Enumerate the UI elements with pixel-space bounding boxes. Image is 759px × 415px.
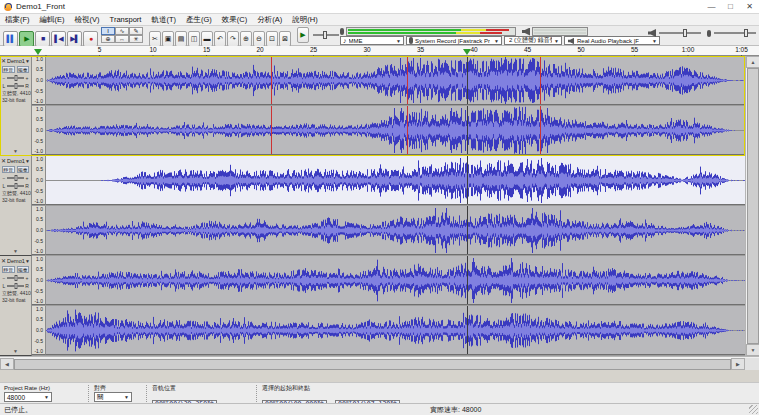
skip-end-button[interactable]: ▶▌ xyxy=(67,31,82,47)
vertical-scale-ruler[interactable]: 1.00.50.0-0.5-1.0 xyxy=(32,306,46,355)
scroll-right-button[interactable]: ▶ xyxy=(731,358,745,370)
track-name[interactable]: Demo1_Front xyxy=(7,158,25,164)
waveform-area[interactable] xyxy=(46,106,745,155)
scroll-up-button[interactable]: ▲ xyxy=(746,56,759,68)
mute-button[interactable]: 靜音 xyxy=(2,66,15,73)
minimize-button[interactable]: — xyxy=(702,0,721,14)
playhead-marker-icon[interactable] xyxy=(463,49,471,55)
paste-button[interactable]: ▤ xyxy=(175,31,187,47)
playback-volume-slider[interactable] xyxy=(659,32,701,34)
pan-slider[interactable]: LR xyxy=(0,282,31,290)
vertical-scale-ruler[interactable]: 1.00.50.0-0.5-1.0 xyxy=(32,256,46,305)
gain-slider[interactable]: −+ xyxy=(0,174,31,182)
gain-thumb[interactable] xyxy=(14,75,17,81)
selection-tool-button[interactable]: I xyxy=(101,27,115,35)
copy-button[interactable]: ▣ xyxy=(162,31,174,47)
waveform-area[interactable] xyxy=(46,156,745,205)
undo-button[interactable]: ↶ xyxy=(214,31,226,47)
menu-item-7[interactable]: 分析(A) xyxy=(252,14,287,25)
play-speed-thumb[interactable] xyxy=(323,31,327,39)
audio-host-select[interactable]: ♪ MME ▼ xyxy=(340,36,404,45)
resize-grip[interactable] xyxy=(749,405,758,414)
zoom-out-button[interactable]: ⊖ xyxy=(253,31,265,47)
menu-item-2[interactable]: 檢視(V) xyxy=(70,14,105,25)
recording-meter[interactable] xyxy=(340,27,516,36)
recording-volume-thumb[interactable] xyxy=(744,29,748,37)
waveform-area[interactable] xyxy=(46,56,745,105)
pan-thumb[interactable] xyxy=(14,183,17,189)
playback-meter[interactable] xyxy=(522,27,588,36)
mute-button[interactable]: 靜音 xyxy=(2,266,15,273)
zoom-selection-button[interactable]: ⊡ xyxy=(266,31,278,47)
menu-item-0[interactable]: 檔案(F) xyxy=(0,14,35,25)
zoom-in-button[interactable]: ⊕ xyxy=(240,31,252,47)
stop-button[interactable]: ■ xyxy=(35,31,50,47)
recording-device-select[interactable]: System Record |Fastrack Pr ▼ xyxy=(406,36,502,45)
collapse-track-icon[interactable]: ▼ xyxy=(0,148,31,155)
maximize-button[interactable]: □ xyxy=(721,0,740,14)
timeline-ruler[interactable]: 5101520253035404550551:001:05 xyxy=(0,46,759,56)
scroll-left-button[interactable]: ◀ xyxy=(0,358,14,370)
close-button[interactable]: ✕ xyxy=(740,0,759,14)
zoom-fit-button[interactable]: ⊠ xyxy=(279,31,291,47)
solo-button[interactable]: 獨奏 xyxy=(17,66,30,73)
snap-select[interactable]: 關 ▼ xyxy=(94,392,132,402)
mute-button[interactable]: 靜音 xyxy=(2,166,15,173)
play-speed-slider[interactable] xyxy=(313,34,339,36)
redo-button[interactable]: ↷ xyxy=(227,31,239,47)
gain-slider[interactable]: −+ xyxy=(0,74,31,82)
track-name[interactable]: Demo1_Front xyxy=(7,58,25,64)
recording-volume-slider[interactable] xyxy=(714,32,756,34)
waveform-area[interactable] xyxy=(46,256,745,305)
menu-item-6[interactable]: 效果(C) xyxy=(217,14,252,25)
waveform-area[interactable] xyxy=(46,206,745,255)
track-name[interactable]: Demo1_Front xyxy=(7,258,25,264)
project-rate-select[interactable]: 48000 ▼ xyxy=(4,392,52,402)
multi-tool-button[interactable]: ✳ xyxy=(129,35,143,43)
menu-item-8[interactable]: 說明(H) xyxy=(287,14,322,25)
vertical-scroll-thumb[interactable] xyxy=(747,68,759,344)
track-menu-icon[interactable]: ▼ xyxy=(25,158,30,164)
cut-button[interactable]: ✂ xyxy=(149,31,161,47)
collapse-track-icon[interactable]: ▼ xyxy=(0,348,31,355)
solo-button[interactable]: 獨奏 xyxy=(17,166,30,173)
envelope-tool-button[interactable]: ∿ xyxy=(115,27,129,35)
horizontal-scroll-thumb[interactable] xyxy=(14,359,731,370)
draw-tool-button[interactable]: ✎ xyxy=(129,27,143,35)
vertical-scale-ruler[interactable]: 1.00.50.0-0.5-1.0 xyxy=(32,156,46,205)
recording-channels-select[interactable]: 2 (立體聲) 錄音聲道 ▼ xyxy=(504,36,562,45)
pause-button[interactable]: ▌▌ xyxy=(3,31,18,47)
gain-thumb[interactable] xyxy=(14,175,17,181)
zoom-tool-button[interactable]: ⊕ xyxy=(101,35,115,43)
track-menu-icon[interactable]: ▼ xyxy=(25,58,30,64)
close-track-icon[interactable]: ✕ xyxy=(1,157,6,164)
gain-slider[interactable]: −+ xyxy=(0,274,31,282)
scroll-down-button[interactable]: ▼ xyxy=(746,344,759,356)
menu-item-1[interactable]: 編輯(E) xyxy=(35,14,70,25)
track-menu-icon[interactable]: ▼ xyxy=(25,258,30,264)
record-button[interactable]: ● xyxy=(83,31,98,47)
close-track-icon[interactable]: ✕ xyxy=(1,257,6,264)
vertical-scale-ruler[interactable]: 1.00.50.0-0.5-1.0 xyxy=(32,56,46,105)
playback-volume-thumb[interactable] xyxy=(683,29,687,37)
vertical-scale-ruler[interactable]: 1.00.50.0-0.5-1.0 xyxy=(32,106,46,155)
menu-item-4[interactable]: 軌道(T) xyxy=(146,14,181,25)
pan-thumb[interactable] xyxy=(14,283,17,289)
gain-thumb[interactable] xyxy=(14,275,17,281)
horizontal-scrollbar[interactable]: ◀ ▶ xyxy=(0,356,759,370)
play-button[interactable]: ▶ xyxy=(19,31,34,47)
waveform-area[interactable] xyxy=(46,306,745,355)
silence-button[interactable]: ▬ xyxy=(201,31,213,47)
menu-item-3[interactable]: Transport xyxy=(105,14,147,25)
pan-slider[interactable]: LR xyxy=(0,182,31,190)
menu-item-5[interactable]: 產生(G) xyxy=(181,14,217,25)
solo-button[interactable]: 獨奏 xyxy=(17,266,30,273)
pan-slider[interactable]: LR xyxy=(0,82,31,90)
close-track-icon[interactable]: ✕ xyxy=(1,57,6,64)
collapse-track-icon[interactable]: ▼ xyxy=(0,248,31,255)
timeline-pin-icon[interactable] xyxy=(34,49,42,55)
play-at-speed-button[interactable]: ▶ xyxy=(297,27,309,43)
vertical-scrollbar[interactable]: ▲ ▼ xyxy=(745,56,759,356)
trim-button[interactable]: ◫ xyxy=(188,31,200,47)
pan-thumb[interactable] xyxy=(14,83,17,89)
